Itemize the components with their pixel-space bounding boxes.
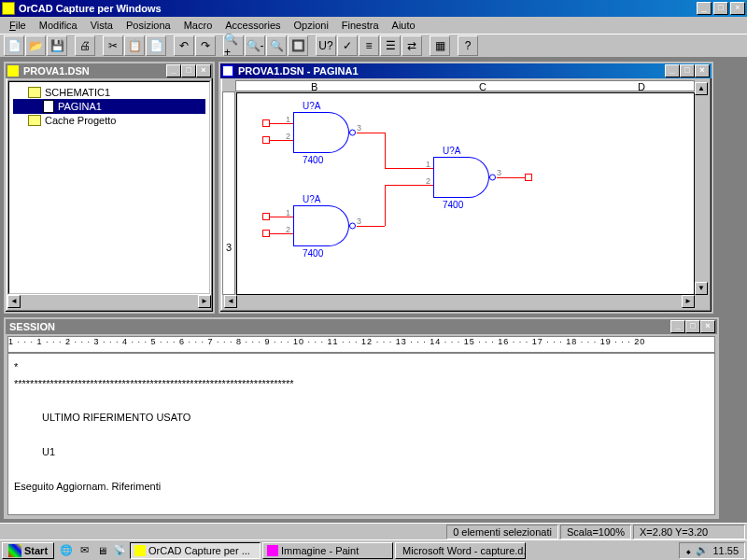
- menu-modifica[interactable]: Modifica: [34, 19, 83, 32]
- session-close-button[interactable]: ×: [700, 320, 715, 333]
- app-icon: [2, 2, 15, 15]
- schematic-canvas[interactable]: U?A 1 2 3 7400 U?A: [236, 92, 695, 295]
- menubar: File Modifica Vista Posiziona Macro Acce…: [0, 17, 747, 34]
- redo-button[interactable]: ↷: [195, 35, 216, 56]
- tree-cache-folder[interactable]: Cache Progetto: [13, 114, 205, 127]
- menu-opzioni[interactable]: Opzioni: [289, 19, 334, 32]
- project-close-button[interactable]: ×: [196, 64, 211, 77]
- session-line: U1: [14, 444, 709, 461]
- cut-button[interactable]: ✂: [103, 35, 123, 56]
- main-toolbar: 📄 📂 💾 🖨 ✂ 📋 📄 ↶ ↷ 🔍+ 🔍- 🔍 🔲 U? ✓ ≡ ☰ ⇄ ▦…: [0, 34, 747, 58]
- menu-posiziona[interactable]: Posiziona: [120, 19, 176, 32]
- menu-vista[interactable]: Vista: [85, 19, 119, 32]
- zoom-fit-button[interactable]: 🔍: [266, 35, 287, 56]
- ql-oe-icon[interactable]: ✉: [76, 543, 92, 558]
- open-button[interactable]: 📂: [25, 35, 46, 56]
- windows-taskbar: Start 🌐 ✉ 🖥 📡 OrCAD Capture per ... Imma…: [0, 539, 747, 560]
- quicklaunch: 🌐 ✉ 🖥 📡: [58, 543, 128, 558]
- ql-ie-icon[interactable]: 🌐: [58, 543, 75, 558]
- schematic-window-title: PROVA1.DSN - PAGINA1: [236, 65, 665, 77]
- system-tray[interactable]: ⬥ 🔊 11.55: [679, 542, 745, 559]
- canvas-ruler-left: 3: [222, 91, 235, 295]
- session-log[interactable]: * **************************************…: [7, 353, 715, 515]
- session-line: *: [14, 359, 709, 376]
- app-title: OrCAD Capture per Windows: [19, 3, 697, 14]
- session-line: ****************************************…: [14, 376, 709, 393]
- windows-logo-icon: [8, 544, 21, 557]
- close-button[interactable]: ×: [730, 2, 745, 15]
- help-button[interactable]: ?: [458, 35, 478, 56]
- session-line: Eseguito Aggiornam. Riferimenti: [14, 479, 709, 496]
- nand-gate-3[interactable]: U?A 1 2 3 7400: [433, 157, 489, 198]
- project-max-button[interactable]: □: [181, 64, 196, 77]
- session-max-button[interactable]: □: [685, 320, 700, 333]
- zoom-area-button[interactable]: 🔲: [288, 35, 308, 56]
- ql-channels-icon[interactable]: 📡: [111, 543, 128, 558]
- tree-page-item[interactable]: PAGINA1: [13, 99, 205, 114]
- menu-finestra[interactable]: Finestra: [336, 19, 385, 32]
- tray-clock: 11.55: [712, 545, 739, 556]
- project-window: PROVA1.DSN _ □ × SCHEMATIC1 PAGINA1 Cach…: [4, 62, 215, 314]
- drc-button[interactable]: ✓: [337, 35, 358, 56]
- session-title: SESSION: [7, 321, 670, 332]
- folder-icon: [28, 115, 41, 126]
- menu-aiuto[interactable]: Aiuto: [387, 19, 421, 32]
- menu-file[interactable]: File: [4, 19, 32, 32]
- ql-desktop-icon[interactable]: 🖥: [93, 543, 110, 558]
- session-min-button[interactable]: _: [670, 320, 685, 333]
- bom-button[interactable]: ☰: [380, 35, 401, 56]
- paste-button[interactable]: 📄: [146, 35, 166, 56]
- folder-icon: [28, 87, 41, 98]
- tree-schematic-folder[interactable]: SCHEMATIC1: [13, 86, 205, 99]
- print-button[interactable]: 🖨: [75, 35, 95, 56]
- zoom-out-button[interactable]: 🔍-: [245, 35, 265, 56]
- project-scrollbar-h[interactable]: ◄►: [7, 295, 211, 310]
- tray-volume-icon[interactable]: 🔊: [696, 544, 709, 556]
- maximize-button[interactable]: □: [713, 2, 728, 15]
- doc-icon: [7, 65, 19, 77]
- tray-app-icon[interactable]: ⬥: [685, 545, 692, 556]
- session-ruler: 1 · · · 1 · · · 2 · · · 3 · · · 4 · · · …: [7, 336, 715, 353]
- undo-button[interactable]: ↶: [174, 35, 194, 56]
- page-icon: [43, 100, 54, 113]
- schematic-max-button[interactable]: □: [680, 64, 695, 77]
- annotate-button[interactable]: U?: [316, 35, 336, 56]
- statusbar: 0 elementi selezionati Scala=100% X=2.80…: [0, 523, 747, 539]
- project-window-titlebar[interactable]: PROVA1.DSN _ □ ×: [6, 63, 213, 78]
- nand-gate-1[interactable]: U?A 1 2 3 7400: [293, 112, 349, 153]
- menu-accessories[interactable]: Accessories: [219, 19, 286, 32]
- snap-button[interactable]: ▦: [430, 35, 450, 56]
- task-paint[interactable]: Immagine - Paint: [262, 542, 393, 559]
- canvas-ruler-top: B C D: [235, 80, 695, 91]
- task-orcad[interactable]: OrCAD Capture per ...: [130, 542, 261, 559]
- status-scale: Scala=100%: [560, 525, 631, 539]
- schematic-close-button[interactable]: ×: [695, 64, 710, 77]
- project-min-button[interactable]: _: [166, 64, 181, 77]
- status-coords: X=2.80 Y=3.20: [633, 525, 745, 539]
- app-titlebar: OrCAD Capture per Windows _ □ ×: [0, 0, 747, 17]
- project-tree: SCHEMATIC1 PAGINA1 Cache Progetto: [7, 80, 211, 295]
- mdi-workspace: PROVA1.DSN _ □ × SCHEMATIC1 PAGINA1 Cach…: [0, 58, 747, 539]
- schematic-window: PROVA1.DSN - PAGINA1 _ □ × B C D 3 U?A: [218, 62, 713, 314]
- menu-macro[interactable]: Macro: [178, 19, 218, 32]
- schematic-min-button[interactable]: _: [665, 64, 680, 77]
- save-button[interactable]: 💾: [47, 35, 67, 56]
- status-selection: 0 elementi selezionati: [446, 525, 558, 539]
- session-titlebar[interactable]: SESSION _ □ ×: [6, 319, 717, 334]
- canvas-scrollbar-v[interactable]: ▲▼: [695, 82, 710, 295]
- copy-button[interactable]: 📋: [124, 35, 145, 56]
- new-button[interactable]: 📄: [4, 35, 24, 56]
- project-window-title: PROVA1.DSN: [21, 65, 166, 77]
- session-window: SESSION _ □ × 1 · · · 1 · · · 2 · · · 3 …: [4, 317, 719, 519]
- zoom-in-button[interactable]: 🔍+: [223, 35, 244, 56]
- canvas-scrollbar-h[interactable]: ◄►: [224, 295, 695, 310]
- nand-gate-2[interactable]: U?A 1 2 3 7400: [293, 205, 349, 246]
- task-word[interactable]: Microsoft Word - capture.d...: [395, 542, 526, 559]
- session-line: ULTIMO RIFERIMENTO USATO: [14, 410, 709, 427]
- start-button[interactable]: Start: [2, 542, 54, 559]
- minimize-button[interactable]: _: [697, 2, 712, 15]
- netlist-button[interactable]: ≡: [359, 35, 379, 56]
- schematic-icon: [222, 65, 233, 77]
- schematic-window-titlebar[interactable]: PROVA1.DSN - PAGINA1 _ □ ×: [220, 63, 712, 78]
- crossref-button[interactable]: ⇄: [402, 35, 422, 56]
